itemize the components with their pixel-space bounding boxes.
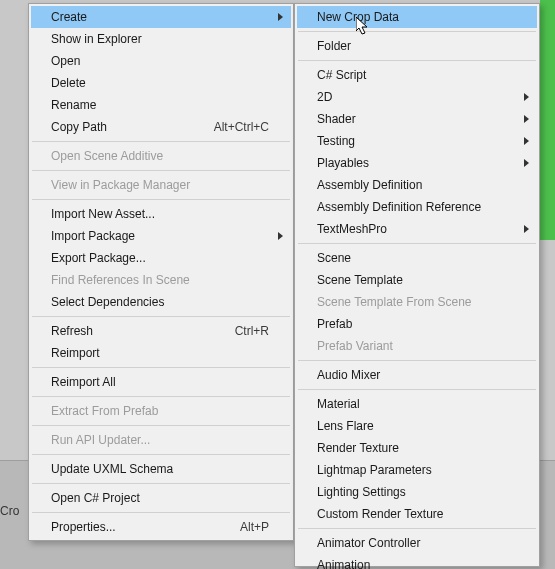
menu-item-animator-controller[interactable]: Animator Controller [297, 532, 537, 554]
menu-item-label: Assembly Definition Reference [317, 200, 515, 214]
menu-separator [298, 60, 536, 61]
menu-item-2d[interactable]: 2D [297, 86, 537, 108]
menu-item-rename[interactable]: Rename [31, 94, 291, 116]
menu-item-label: Audio Mixer [317, 368, 515, 382]
menu-item-label: Open Scene Additive [51, 149, 269, 163]
menu-item-label: Open C# Project [51, 491, 269, 505]
background-truncated-label: Cro [0, 504, 19, 518]
submenu-arrow-icon [524, 93, 529, 101]
menu-item-label: Scene Template [317, 273, 515, 287]
menu-item-refresh[interactable]: RefreshCtrl+R [31, 320, 291, 342]
menu-item-properties[interactable]: Properties...Alt+P [31, 516, 291, 538]
menu-item-view-in-package-manager: View in Package Manager [31, 174, 291, 196]
submenu-arrow-icon [278, 13, 283, 21]
menu-item-reimport[interactable]: Reimport [31, 342, 291, 364]
menu-item-label: Extract From Prefab [51, 404, 269, 418]
menu-item-lens-flare[interactable]: Lens Flare [297, 415, 537, 437]
menu-separator [32, 170, 290, 171]
menu-item-scene-template-from-scene: Scene Template From Scene [297, 291, 537, 313]
menu-separator [298, 528, 536, 529]
menu-item-csharp-script[interactable]: C# Script [297, 64, 537, 86]
menu-separator [298, 243, 536, 244]
submenu-arrow-icon [524, 159, 529, 167]
menu-separator [298, 389, 536, 390]
menu-item-scene[interactable]: Scene [297, 247, 537, 269]
menu-item-label: Animator Controller [317, 536, 515, 550]
menu-item-label: Lighting Settings [317, 485, 515, 499]
menu-item-assembly-definition[interactable]: Assembly Definition [297, 174, 537, 196]
menu-item-shortcut: Ctrl+R [235, 324, 269, 338]
menu-item-label: Open [51, 54, 269, 68]
menu-separator [32, 396, 290, 397]
menu-item-label: Properties... [51, 520, 240, 534]
menu-item-textmeshpro[interactable]: TextMeshPro [297, 218, 537, 240]
context-menu-create-submenu[interactable]: New Crop DataFolderC# Script2DShaderTest… [294, 3, 540, 567]
menu-separator [298, 360, 536, 361]
menu-item-export-package[interactable]: Export Package... [31, 247, 291, 269]
menu-item-open[interactable]: Open [31, 50, 291, 72]
background-accent [540, 0, 555, 240]
menu-item-new-crop-data[interactable]: New Crop Data [297, 6, 537, 28]
menu-item-label: Delete [51, 76, 269, 90]
menu-item-shader[interactable]: Shader [297, 108, 537, 130]
menu-item-create[interactable]: Create [31, 6, 291, 28]
menu-item-lighting-settings[interactable]: Lighting Settings [297, 481, 537, 503]
menu-item-delete[interactable]: Delete [31, 72, 291, 94]
menu-item-prefab[interactable]: Prefab [297, 313, 537, 335]
menu-item-update-uxml-schema[interactable]: Update UXML Schema [31, 458, 291, 480]
menu-item-label: Import New Asset... [51, 207, 269, 221]
menu-item-import-new-asset[interactable]: Import New Asset... [31, 203, 291, 225]
menu-item-label: Material [317, 397, 515, 411]
menu-item-label: Assembly Definition [317, 178, 515, 192]
menu-item-label: Lightmap Parameters [317, 463, 515, 477]
menu-item-custom-render-texture[interactable]: Custom Render Texture [297, 503, 537, 525]
menu-separator [298, 31, 536, 32]
menu-item-label: Refresh [51, 324, 235, 338]
menu-item-label: Playables [317, 156, 515, 170]
menu-item-folder[interactable]: Folder [297, 35, 537, 57]
menu-item-material[interactable]: Material [297, 393, 537, 415]
menu-item-render-texture[interactable]: Render Texture [297, 437, 537, 459]
menu-item-label: Shader [317, 112, 515, 126]
menu-item-label: Custom Render Texture [317, 507, 515, 521]
menu-item-find-references: Find References In Scene [31, 269, 291, 291]
menu-item-label: Copy Path [51, 120, 214, 134]
menu-item-label: Render Texture [317, 441, 515, 455]
menu-item-scene-template[interactable]: Scene Template [297, 269, 537, 291]
menu-item-playables[interactable]: Playables [297, 152, 537, 174]
menu-item-label: Scene [317, 251, 515, 265]
menu-item-run-api-updater: Run API Updater... [31, 429, 291, 451]
menu-separator [32, 141, 290, 142]
menu-item-label: Prefab Variant [317, 339, 515, 353]
menu-item-copy-path[interactable]: Copy PathAlt+Ctrl+C [31, 116, 291, 138]
menu-item-label: Run API Updater... [51, 433, 269, 447]
menu-item-label: Import Package [51, 229, 269, 243]
menu-item-audio-mixer[interactable]: Audio Mixer [297, 364, 537, 386]
menu-item-label: C# Script [317, 68, 515, 82]
menu-item-prefab-variant: Prefab Variant [297, 335, 537, 357]
menu-item-label: New Crop Data [317, 10, 515, 24]
menu-item-open-scene-additive: Open Scene Additive [31, 145, 291, 167]
menu-item-testing[interactable]: Testing [297, 130, 537, 152]
menu-item-lightmap-parameters[interactable]: Lightmap Parameters [297, 459, 537, 481]
menu-item-assembly-definition-reference[interactable]: Assembly Definition Reference [297, 196, 537, 218]
menu-item-animation[interactable]: Animation [297, 554, 537, 569]
menu-item-reimport-all[interactable]: Reimport All [31, 371, 291, 393]
menu-item-label: Reimport [51, 346, 269, 360]
menu-item-label: Find References In Scene [51, 273, 269, 287]
menu-separator [32, 454, 290, 455]
menu-item-open-csharp-project[interactable]: Open C# Project [31, 487, 291, 509]
menu-item-label: Lens Flare [317, 419, 515, 433]
context-menu-primary[interactable]: CreateShow in ExplorerOpenDeleteRenameCo… [28, 3, 294, 541]
menu-separator [32, 367, 290, 368]
menu-item-import-package[interactable]: Import Package [31, 225, 291, 247]
menu-item-label: Select Dependencies [51, 295, 269, 309]
menu-item-label: Rename [51, 98, 269, 112]
menu-item-show-in-explorer[interactable]: Show in Explorer [31, 28, 291, 50]
menu-item-label: View in Package Manager [51, 178, 269, 192]
menu-item-select-dependencies[interactable]: Select Dependencies [31, 291, 291, 313]
menu-item-label: Update UXML Schema [51, 462, 269, 476]
menu-item-label: Reimport All [51, 375, 269, 389]
menu-item-label: Folder [317, 39, 515, 53]
menu-item-label: Scene Template From Scene [317, 295, 515, 309]
